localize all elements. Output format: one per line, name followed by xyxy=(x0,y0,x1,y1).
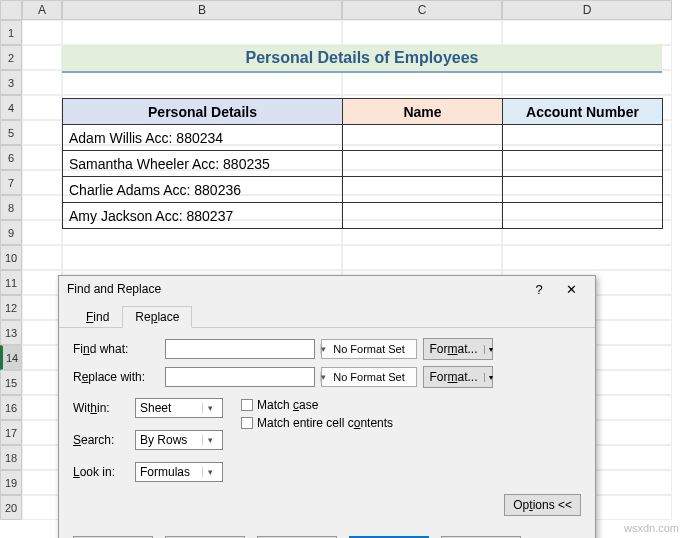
tab-find[interactable]: Find xyxy=(73,306,122,328)
col-C[interactable]: C xyxy=(342,0,502,20)
replace-format-status: No Format Set xyxy=(321,367,417,387)
col-D[interactable]: D xyxy=(502,0,672,20)
look-in-select[interactable]: Formulas ▾ xyxy=(135,462,223,482)
row-1[interactable]: 1 xyxy=(0,20,22,45)
header-name[interactable]: Name xyxy=(343,99,503,125)
find-what-label: Find what: xyxy=(73,342,159,356)
match-entire-checkbox[interactable] xyxy=(241,417,253,429)
watermark: wsxdn.com xyxy=(624,522,679,534)
row-12[interactable]: 12 xyxy=(0,295,22,320)
match-case-label: Match case xyxy=(257,398,318,412)
col-A[interactable]: A xyxy=(22,0,62,20)
table-row[interactable]: Adam Willis Acc: 880234 xyxy=(63,125,663,151)
row-9[interactable]: 9 xyxy=(0,220,22,245)
tab-replace[interactable]: Replace xyxy=(122,306,192,328)
match-entire-label: Match entire cell contents xyxy=(257,416,393,430)
dialog-title: Find and Replace xyxy=(67,282,523,296)
chevron-down-icon[interactable]: ▾ xyxy=(202,403,218,413)
row-15[interactable]: 15 xyxy=(0,370,22,395)
replace-with-label: Replace with: xyxy=(73,370,159,384)
chevron-down-icon[interactable]: ▾ xyxy=(202,467,218,477)
row-17[interactable]: 17 xyxy=(0,420,22,445)
chevron-down-icon[interactable]: ▾ xyxy=(320,372,326,382)
row-14[interactable]: 14 xyxy=(0,345,22,370)
row-3[interactable]: 3 xyxy=(0,70,22,95)
replace-format-button[interactable]: Format...▾ xyxy=(423,366,493,388)
chevron-down-icon[interactable]: ▾ xyxy=(320,344,326,354)
row-2[interactable]: 2 xyxy=(0,45,22,70)
row-20[interactable]: 20 xyxy=(0,495,22,520)
find-format-button[interactable]: Format...▾ xyxy=(423,338,493,360)
help-icon[interactable]: ? xyxy=(523,279,555,299)
table-row[interactable]: Amy Jackson Acc: 880237 xyxy=(63,203,663,229)
page-title: Personal Details of Employees xyxy=(62,45,662,73)
row-16[interactable]: 16 xyxy=(0,395,22,420)
chevron-down-icon[interactable]: ▾ xyxy=(484,373,493,382)
row-8[interactable]: 8 xyxy=(0,195,22,220)
match-case-checkbox[interactable] xyxy=(241,399,253,411)
close-icon[interactable]: ✕ xyxy=(555,279,587,299)
row-19[interactable]: 19 xyxy=(0,470,22,495)
select-all-cell[interactable] xyxy=(0,0,22,20)
row-10[interactable]: 10 xyxy=(0,245,22,270)
within-select[interactable]: Sheet ▾ xyxy=(135,398,223,418)
chevron-down-icon[interactable]: ▾ xyxy=(202,435,218,445)
chevron-down-icon[interactable]: ▾ xyxy=(484,345,493,354)
table-row[interactable]: Charlie Adams Acc: 880236 xyxy=(63,177,663,203)
row-4[interactable]: 4 xyxy=(0,95,22,120)
row-6[interactable]: 6 xyxy=(0,145,22,170)
within-label: Within: xyxy=(73,401,129,415)
employees-table: Personal Details Name Account Number Ada… xyxy=(62,98,663,229)
header-details[interactable]: Personal Details xyxy=(63,99,343,125)
row-18[interactable]: 18 xyxy=(0,445,22,470)
replace-with-input[interactable]: ▾ xyxy=(165,367,315,387)
search-select[interactable]: By Rows ▾ xyxy=(135,430,223,450)
find-replace-dialog: Find and Replace ? ✕ Find Replace Find w… xyxy=(58,275,596,538)
row-13[interactable]: 13 xyxy=(0,320,22,345)
header-account[interactable]: Account Number xyxy=(503,99,663,125)
table-row[interactable]: Samantha Wheeler Acc: 880235 xyxy=(63,151,663,177)
col-B[interactable]: B xyxy=(62,0,342,20)
find-format-status: No Format Set xyxy=(321,339,417,359)
search-label: Search: xyxy=(73,433,129,447)
find-what-input[interactable]: ▾ xyxy=(165,339,315,359)
options-button[interactable]: Options << xyxy=(504,494,581,516)
row-7[interactable]: 7 xyxy=(0,170,22,195)
row-11[interactable]: 11 xyxy=(0,270,22,295)
dialog-titlebar[interactable]: Find and Replace ? ✕ xyxy=(59,276,595,302)
look-in-label: Look in: xyxy=(73,465,129,479)
row-5[interactable]: 5 xyxy=(0,120,22,145)
